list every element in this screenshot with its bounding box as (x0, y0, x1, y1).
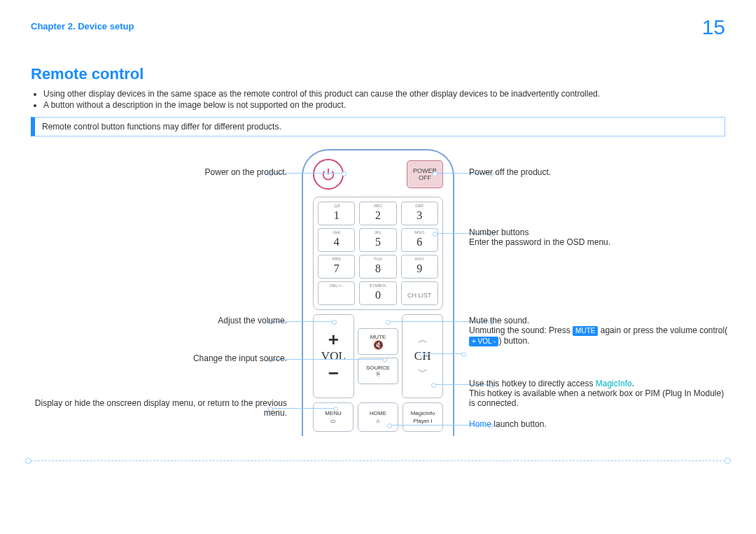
leader-line (272, 359, 383, 360)
magicinfo-button: MagicInfoPlayer I (402, 402, 443, 432)
power-off-label-bottom: OFF (419, 174, 431, 181)
plus-icon: + (328, 332, 339, 346)
key-del: DEL-/-- (318, 281, 355, 305)
menu-icon: ▭ (330, 418, 336, 424)
note-item: A button without a description in the im… (43, 100, 725, 110)
ann-power-on: Power on the product. (29, 167, 287, 177)
ann-mute: Mute the sound. Unmuting the sound: Pres… (469, 316, 728, 346)
page: Chapter 2. Device setup 15 Remote contro… (0, 0, 756, 534)
power-on-button (313, 159, 344, 190)
vol-badge: + VOL - (469, 337, 498, 346)
notes-list: Using other display devices in the same … (43, 89, 725, 110)
key-9: WXY9 (401, 255, 438, 279)
keypad: .QZ1 ABC2 DEF3 GHI4 JKL5 MNO6 PRS7 TUV8 … (313, 197, 443, 310)
remote-body: POWER OFF .QZ1 ABC2 DEF3 GHI4 JKL5 MNO6 … (302, 149, 454, 436)
ann-power-off: Power off the product. (469, 167, 728, 177)
ann-numbers: Number buttons Enter the password in the… (469, 227, 728, 247)
source-button: SOURCE⎘ (358, 358, 399, 384)
ann-magicinfo: Use this hotkey to directly access Magic… (469, 379, 728, 408)
key-2: ABC2 (359, 202, 396, 225)
key-chlist: CH LIST (401, 281, 438, 305)
magicinfo-link: MagicInfo (596, 379, 632, 388)
ann-menu: Display or hide the onscreen display men… (29, 398, 287, 418)
minus-icon: − (328, 366, 339, 380)
chevron-up-icon: ︿ (418, 334, 428, 346)
chapter-label: Chapter 2. Device setup (31, 21, 725, 31)
key-0: SYMBOL0 (359, 281, 396, 305)
chevron-down-icon: ﹀ (418, 366, 428, 379)
home-link: Home (469, 419, 491, 429)
key-4: GHI4 (318, 228, 355, 252)
remote-figure: POWER OFF .QZ1 ABC2 DEF3 GHI4 JKL5 MNO6 … (31, 149, 725, 457)
power-icon (321, 167, 336, 182)
page-title: Remote control (31, 65, 725, 83)
leader-line (424, 353, 462, 354)
key-3: DEF3 (401, 202, 438, 225)
ann-home: Home launch button. (469, 419, 728, 429)
mute-icon: 🔇 (373, 340, 384, 350)
ann-volume: Adjust the volume. (29, 316, 287, 325)
volume-rocker: + VOL − (313, 314, 354, 398)
home-button: HOME⌂ (358, 402, 398, 432)
key-7: PRS7 (318, 255, 355, 279)
page-divider (31, 461, 725, 461)
power-off-button: POWER OFF (407, 160, 443, 188)
ann-source: Change the input source. (29, 353, 287, 363)
callout-box: Remote control button functions may diff… (31, 117, 725, 136)
home-icon: ⌂ (377, 418, 380, 424)
key-1: .QZ1 (318, 202, 355, 225)
page-number: 15 (702, 15, 725, 39)
source-icon: ⎘ (377, 371, 380, 377)
mute-badge: MUTE (573, 326, 598, 336)
vol-label: VOL (321, 349, 346, 363)
note-item: Using other display devices in the same … (43, 89, 725, 99)
mute-button: MUTE🔇 (358, 328, 399, 355)
key-8: TUV8 (359, 255, 396, 279)
key-5: JKL5 (359, 228, 396, 252)
